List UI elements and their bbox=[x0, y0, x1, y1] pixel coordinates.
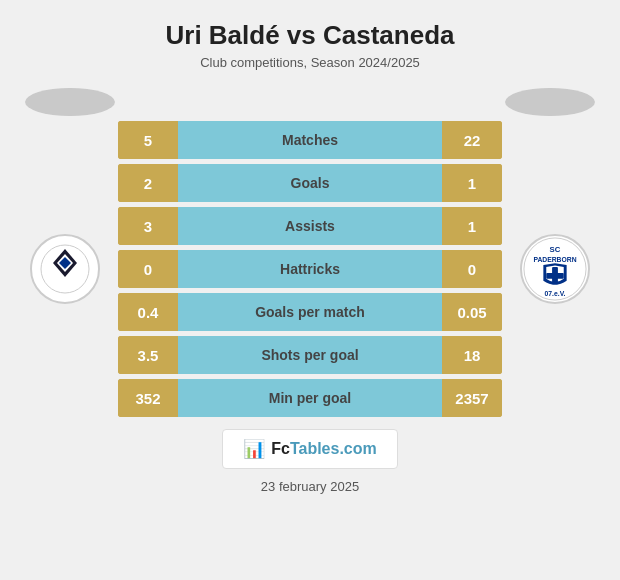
stat-value-left: 0 bbox=[118, 250, 178, 288]
stat-value-right: 22 bbox=[442, 121, 502, 159]
stat-row: 2Goals1 bbox=[118, 164, 502, 202]
svg-rect-8 bbox=[546, 273, 563, 279]
svg-text:PADERBORN: PADERBORN bbox=[533, 256, 576, 263]
top-oval-right bbox=[505, 88, 595, 116]
stat-row: 0Hattricks0 bbox=[118, 250, 502, 288]
stat-label: Shots per goal bbox=[178, 336, 442, 374]
subtitle: Club competitions, Season 2024/2025 bbox=[200, 55, 420, 70]
stat-value-right: 1 bbox=[442, 207, 502, 245]
stat-value-left: 352 bbox=[118, 379, 178, 417]
fctables-badge: 📊 FcTables.com bbox=[222, 429, 398, 469]
svg-text:07.e.V.: 07.e.V. bbox=[545, 290, 566, 297]
stat-value-left: 3.5 bbox=[118, 336, 178, 374]
stat-label: Matches bbox=[178, 121, 442, 159]
stat-value-left: 3 bbox=[118, 207, 178, 245]
stat-value-right: 18 bbox=[442, 336, 502, 374]
stat-label: Hattricks bbox=[178, 250, 442, 288]
stat-row: 3Assists1 bbox=[118, 207, 502, 245]
stat-label: Min per goal bbox=[178, 379, 442, 417]
fctables-text: FcTables.com bbox=[271, 440, 377, 458]
footer-date: 23 february 2025 bbox=[261, 479, 359, 494]
stat-row: 3.5Shots per goal18 bbox=[118, 336, 502, 374]
stat-value-right: 0.05 bbox=[442, 293, 502, 331]
left-team-logo bbox=[20, 234, 110, 304]
fctables-icon: 📊 bbox=[243, 438, 265, 460]
svg-text:SC: SC bbox=[550, 245, 561, 254]
stat-value-right: 0 bbox=[442, 250, 502, 288]
stat-value-left: 2 bbox=[118, 164, 178, 202]
stat-value-left: 5 bbox=[118, 121, 178, 159]
page-title: Uri Baldé vs Castaneda bbox=[165, 20, 454, 51]
right-team-logo: SC PADERBORN 07.e.V. bbox=[510, 234, 600, 304]
stat-value-left: 0.4 bbox=[118, 293, 178, 331]
stat-row: 5Matches22 bbox=[118, 121, 502, 159]
stat-label: Goals bbox=[178, 164, 442, 202]
stat-value-right: 2357 bbox=[442, 379, 502, 417]
stat-label: Assists bbox=[178, 207, 442, 245]
stat-row: 352Min per goal2357 bbox=[118, 379, 502, 417]
top-oval-left bbox=[25, 88, 115, 116]
stats-container: 5Matches222Goals13Assists10Hattricks00.4… bbox=[118, 121, 502, 417]
stat-value-right: 1 bbox=[442, 164, 502, 202]
stat-label: Goals per match bbox=[178, 293, 442, 331]
stat-row: 0.4Goals per match0.05 bbox=[118, 293, 502, 331]
